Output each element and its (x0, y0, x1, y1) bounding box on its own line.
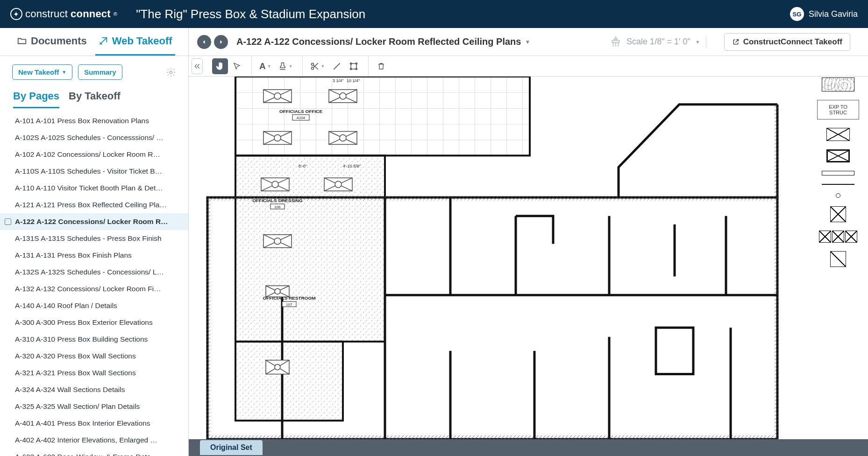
set-tab-original[interactable]: Original Set (200, 440, 263, 455)
svg-rect-15 (235, 342, 343, 421)
page-item[interactable]: A-110S A-110S Schedules - Visitor Ticket… (0, 163, 188, 180)
chevron-right-icon (218, 39, 224, 45)
tab-web-takeoff-label: Web Takeoff (112, 35, 172, 47)
svg-rect-3 (351, 63, 356, 69)
page-item[interactable]: A-320 A-320 Press Box Wall Sections (0, 348, 188, 365)
floorplan-drawing: OFFICIALS OFFICE A104 OFFICIALS DRESSING… (189, 77, 868, 439)
folder-icon (17, 36, 27, 46)
svg-text:A104: A104 (297, 116, 306, 120)
select-tool-button[interactable] (229, 58, 245, 74)
page-item[interactable]: A-132S A-132S Schedules - Concessions/ L… (0, 264, 188, 281)
cc-takeoff-label: ConstructConnect Takeoff (743, 37, 842, 47)
caret-down-icon: ▼ (289, 64, 293, 69)
plan-canvas[interactable]: EXP TO STRUC (189, 77, 868, 439)
text-tool-button[interactable]: A▼ (256, 58, 274, 74)
page-item[interactable]: A-132 A-132 Concessions/ Locker Room Fi… (0, 281, 188, 297)
new-takeoff-button[interactable]: New Takeoff ▼ (12, 64, 72, 80)
delete-button[interactable] (373, 58, 389, 74)
tab-web-takeoff[interactable]: Web Takeoff (95, 28, 175, 56)
prev-sheet-button[interactable] (197, 35, 211, 49)
line-icon (332, 62, 342, 71)
chevron-left-icon (201, 39, 207, 45)
svg-point-0 (170, 71, 172, 74)
svg-text:OFFICIALS OFFICE: OFFICIALS OFFICE (279, 109, 322, 114)
stamp-tool-button[interactable]: ▼ (275, 58, 296, 74)
new-takeoff-label: New Takeoff (18, 68, 59, 76)
page-item[interactable]: A-402 A-402 Interior Elevations, Enlarge… (0, 432, 188, 449)
svg-point-1 (311, 63, 313, 65)
cursor-icon (233, 62, 241, 70)
tab-by-takeoff[interactable]: By Takeoff (69, 90, 121, 108)
page-item[interactable]: A-121 A-121 Press Box Reflected Ceiling … (0, 196, 188, 213)
scale-label: Scale 1/8" = 1' 0" (626, 37, 690, 47)
brand-name-bold: connect (71, 8, 111, 20)
page-item[interactable]: A-101 A-101 Press Box Renovation Plans (0, 112, 188, 129)
svg-point-27 (340, 93, 346, 99)
svg-text:3 1/4": 3 1/4" (333, 78, 343, 83)
scale-control[interactable]: Scale 1/8" = 1' 0" ▼ (610, 36, 706, 48)
tab-documents[interactable]: Documents (14, 28, 90, 56)
page-item[interactable]: A-325 A-325 Wall Section/ Plan Details (0, 398, 188, 415)
page-item[interactable]: A-131 A-131 Press Box Finish Plans (0, 247, 188, 264)
scissors-icon (310, 62, 320, 71)
page-item[interactable]: A-324 A-324 Wall Sections Details (0, 381, 188, 398)
svg-text:8'-0": 8'-0" (299, 164, 307, 168)
brand-name-thin: construct (25, 8, 68, 20)
caret-down-icon: ▼ (525, 39, 530, 45)
brand-mark-icon: ✦ (10, 8, 22, 20)
svg-text:106: 106 (274, 205, 281, 209)
brand-reg: ® (114, 11, 117, 17)
page-item[interactable]: A-102 A-102 Concessions/ Locker Room R… (0, 146, 188, 163)
svg-point-2 (311, 67, 313, 69)
svg-point-35 (340, 135, 346, 141)
page-list[interactable]: A-101 A-101 Press Box Renovation PlansA-… (0, 112, 188, 456)
brand-logo[interactable]: ✦ constructconnect® (10, 8, 117, 20)
page-item[interactable]: A-321 A-321 Press Box Wall Sections (0, 365, 188, 381)
line-tool-button[interactable] (329, 58, 345, 74)
pan-tool-button[interactable] (212, 58, 228, 74)
constructconnect-takeoff-button[interactable]: ConstructConnect Takeoff (724, 33, 850, 51)
cut-tool-button[interactable]: ▼ (307, 58, 328, 74)
page-item[interactable]: A-140 A-140 Roof Plan / Details (0, 297, 188, 314)
page-item[interactable]: A-122 A-122 Concessions/ Locker Room R… (0, 213, 188, 230)
user-avatar: SG (790, 7, 804, 21)
svg-text:107: 107 (286, 302, 292, 307)
trash-icon (377, 62, 385, 70)
svg-rect-18 (206, 197, 210, 439)
page-item[interactable]: A-603 A-603 Door, Window, & Frame Deta… (0, 449, 188, 456)
user-menu[interactable]: SG Silvia Gaviria (790, 7, 858, 21)
page-item[interactable]: A-300 A-300 Press Box Exterior Elevation… (0, 314, 188, 331)
svg-rect-14 (235, 155, 385, 341)
plan-viewer: A▼ ▼ ▼ (189, 56, 868, 456)
sheet-dropdown[interactable]: A-122 A-122 Concessions/ Locker Room Ref… (236, 36, 530, 47)
page-item[interactable]: A-401 A-401 Press Box Interior Elevation… (0, 415, 188, 432)
gear-icon[interactable] (166, 67, 176, 77)
summary-label: Summary (84, 68, 116, 76)
hand-icon (215, 62, 225, 71)
project-title: "The Rig" Press Box & Stadium Expansion (136, 7, 365, 21)
next-sheet-button[interactable] (214, 35, 228, 49)
page-item[interactable]: A-102S A-102S Schedules - Concesssions/ … (0, 129, 188, 146)
page-item[interactable]: A-310 A-310 Press Box Building Sections (0, 331, 188, 348)
summary-button[interactable]: Summary (78, 64, 122, 80)
sheet-set-tabs: Original Set (189, 439, 868, 456)
svg-text:OFFICIALS RESTROOM: OFFICIALS RESTROOM (263, 295, 315, 301)
caret-down-icon: ▼ (695, 39, 700, 45)
viewer-toolbar: A▼ ▼ ▼ (189, 56, 868, 77)
polygon-tool-button[interactable] (346, 58, 362, 74)
svg-text:OFFICIALS DRESSING: OFFICIALS DRESSING (252, 198, 303, 203)
svg-point-39 (272, 181, 278, 188)
collapse-sidebar-button[interactable] (192, 58, 203, 74)
sheet-title-label: A-122 A-122 Concessions/ Locker Room Ref… (236, 36, 521, 47)
svg-point-31 (274, 135, 281, 141)
page-item[interactable]: A-131S A-131S Schedules - Press Box Fini… (0, 230, 188, 247)
svg-text:10 1/4": 10 1/4" (347, 78, 360, 83)
caret-down-icon: ▼ (62, 70, 66, 75)
svg-text:4'-10 5/8": 4'-10 5/8" (343, 164, 361, 168)
tab-by-pages[interactable]: By Pages (13, 90, 59, 108)
svg-point-51 (275, 288, 280, 294)
takeoff-icon (98, 36, 108, 46)
page-item[interactable]: A-110 A-110 Visitor Ticket Booth Plan & … (0, 180, 188, 196)
svg-point-23 (274, 93, 281, 99)
module-tabs: Documents Web Takeoff (0, 28, 189, 56)
